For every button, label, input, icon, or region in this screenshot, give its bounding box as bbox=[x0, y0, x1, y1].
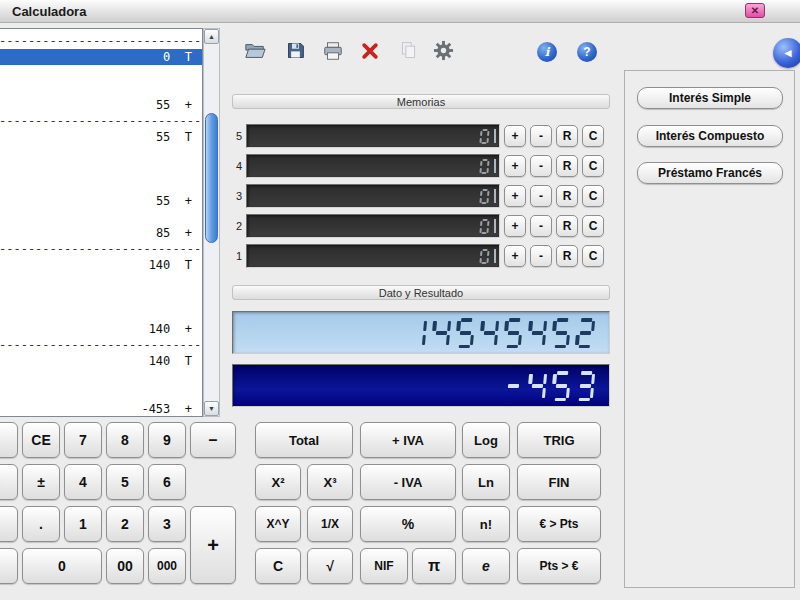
keypad-pts-to-eur-button[interactable]: Pts > € bbox=[517, 548, 601, 584]
keypad-minus-iva-button[interactable]: - IVA bbox=[360, 464, 456, 500]
keypad-00-button[interactable]: 00 bbox=[106, 548, 144, 584]
keypad-decimal-button[interactable]: . bbox=[22, 506, 60, 542]
keypad-partial-button[interactable] bbox=[0, 548, 18, 584]
keypad-cube-button[interactable]: X³ bbox=[307, 464, 353, 500]
tape-line bbox=[0, 161, 202, 177]
keypad-plus-button[interactable]: + bbox=[190, 506, 236, 584]
keypad-ce-button[interactable]: CE bbox=[22, 422, 60, 458]
calculator-window: Calculadora ✕ --------------------------… bbox=[0, 0, 800, 600]
close-button[interactable]: ✕ bbox=[745, 3, 765, 18]
settings-button[interactable] bbox=[431, 40, 455, 64]
tape-panel: ----------------------------------------… bbox=[0, 28, 203, 417]
tape-line: 55 T bbox=[0, 129, 202, 145]
keypad-eur-to-pts-button[interactable]: € > Pts bbox=[517, 506, 601, 542]
keypad-3-button[interactable]: 3 bbox=[148, 506, 186, 542]
close-icon: ✕ bbox=[751, 5, 759, 16]
memory-clear-button[interactable]: C bbox=[582, 245, 604, 267]
keypad-6-button[interactable]: 6 bbox=[148, 464, 186, 500]
secondary-display bbox=[232, 364, 610, 407]
memory-rows: 5 + - R C 4 + - R C 3 + bbox=[232, 124, 610, 268]
keypad-nif-button[interactable]: NIF bbox=[360, 548, 408, 584]
keypad-ln-button[interactable]: Ln bbox=[462, 464, 510, 500]
memory-add-button[interactable]: + bbox=[504, 185, 526, 207]
delete-button[interactable] bbox=[358, 40, 382, 64]
interes-simple-button[interactable]: Interés Simple bbox=[637, 87, 783, 109]
keypad-factorial-button[interactable]: n! bbox=[462, 506, 510, 542]
keypad-plus-iva-button[interactable]: + IVA bbox=[360, 422, 456, 458]
tape-line bbox=[0, 369, 202, 385]
scroll-up-button[interactable]: ▲ bbox=[204, 29, 219, 44]
memory-display bbox=[246, 214, 500, 238]
printer-icon bbox=[322, 40, 344, 65]
keypad-000-button[interactable]: 000 bbox=[148, 548, 186, 584]
tape-scrollbar[interactable]: ▲ ▼ bbox=[203, 28, 220, 417]
memory-index: 5 bbox=[232, 130, 242, 142]
memory-add-button[interactable]: + bbox=[504, 215, 526, 237]
print-button[interactable] bbox=[321, 40, 345, 64]
keypad-x-power-y-button[interactable]: X^Y bbox=[255, 506, 301, 542]
keypad-1-button[interactable]: 1 bbox=[64, 506, 102, 542]
keypad-equals-button[interactable]: = bbox=[0, 464, 18, 500]
back-button[interactable]: ◄ bbox=[773, 38, 800, 68]
memory-add-button[interactable]: + bbox=[504, 245, 526, 267]
floppy-save-icon bbox=[285, 40, 306, 64]
memory-subtract-button[interactable]: - bbox=[530, 185, 552, 207]
memory-subtract-button[interactable]: - bbox=[530, 155, 552, 177]
keypad-clear-button[interactable]: C bbox=[255, 548, 301, 584]
help-button[interactable]: ? bbox=[577, 42, 597, 62]
keypad-0-button[interactable]: 0 bbox=[22, 548, 102, 584]
scroll-up-icon: ▲ bbox=[208, 33, 215, 40]
memory-clear-button[interactable]: C bbox=[582, 125, 604, 147]
tape-line: 85 + bbox=[0, 225, 202, 241]
memory-clear-button[interactable]: C bbox=[582, 215, 604, 237]
memory-subtract-button[interactable]: - bbox=[530, 245, 552, 267]
keypad-square-button[interactable]: X² bbox=[255, 464, 301, 500]
keypad-9-button[interactable]: 9 bbox=[148, 422, 186, 458]
memory-add-button[interactable]: + bbox=[504, 155, 526, 177]
tape-line bbox=[0, 65, 202, 81]
memory-index: 1 bbox=[232, 250, 242, 262]
keypad-sqrt-button[interactable]: √ bbox=[307, 548, 353, 584]
keypad-7-button[interactable]: 7 bbox=[64, 422, 102, 458]
keypad-total-button[interactable]: Total bbox=[255, 422, 353, 458]
memory-add-button[interactable]: + bbox=[504, 125, 526, 147]
keypad-log-button[interactable]: Log bbox=[462, 422, 510, 458]
memory-subtract-button[interactable]: - bbox=[530, 125, 552, 147]
memory-clear-button[interactable]: C bbox=[582, 155, 604, 177]
keypad-5-button[interactable]: 5 bbox=[106, 464, 144, 500]
window-title: Calculadora bbox=[12, 4, 86, 19]
memory-cursor bbox=[494, 249, 496, 263]
info-button[interactable]: i bbox=[537, 42, 557, 62]
copy-button[interactable] bbox=[396, 40, 420, 64]
scroll-down-button[interactable]: ▼ bbox=[204, 401, 219, 416]
memory-recall-button[interactable]: R bbox=[556, 215, 578, 237]
keypad-pi-button[interactable]: π bbox=[412, 548, 456, 584]
open-file-button[interactable] bbox=[243, 40, 267, 64]
keypad-percent-button[interactable]: % bbox=[360, 506, 456, 542]
keypad-2-button[interactable]: 2 bbox=[106, 506, 144, 542]
memory-recall-button[interactable]: R bbox=[556, 245, 578, 267]
memory-recall-button[interactable]: R bbox=[556, 155, 578, 177]
result-header-label: Dato y Resultado bbox=[379, 287, 463, 299]
memory-clear-button[interactable]: C bbox=[582, 185, 604, 207]
keypad-minus-button[interactable]: – bbox=[190, 422, 236, 458]
keypad-e-button[interactable]: e bbox=[462, 548, 510, 584]
memory-recall-button[interactable]: R bbox=[556, 125, 578, 147]
keypad-4-button[interactable]: 4 bbox=[64, 464, 102, 500]
keypad-8-button[interactable]: 8 bbox=[106, 422, 144, 458]
keypad-trig-button[interactable]: TRIG bbox=[517, 422, 601, 458]
keypad-reciprocal-button[interactable]: 1/X bbox=[307, 506, 353, 542]
memory-recall-button[interactable]: R bbox=[556, 185, 578, 207]
interes-compuesto-button[interactable]: Interés Compuesto bbox=[637, 125, 783, 147]
secondary-display-value bbox=[501, 371, 597, 401]
save-button[interactable] bbox=[283, 40, 307, 64]
prestamo-frances-button[interactable]: Préstamo Francés bbox=[637, 162, 783, 184]
scroll-thumb[interactable] bbox=[205, 113, 218, 243]
keypad-multiply-button[interactable]: * bbox=[0, 422, 18, 458]
tape-line bbox=[0, 81, 202, 97]
keypad-plusminus-button[interactable]: ± bbox=[22, 464, 60, 500]
memory-row: 3 + - R C bbox=[232, 184, 610, 208]
keypad-partial-button[interactable] bbox=[0, 506, 18, 542]
memory-subtract-button[interactable]: - bbox=[530, 215, 552, 237]
keypad-fin-button[interactable]: FIN bbox=[517, 464, 601, 500]
